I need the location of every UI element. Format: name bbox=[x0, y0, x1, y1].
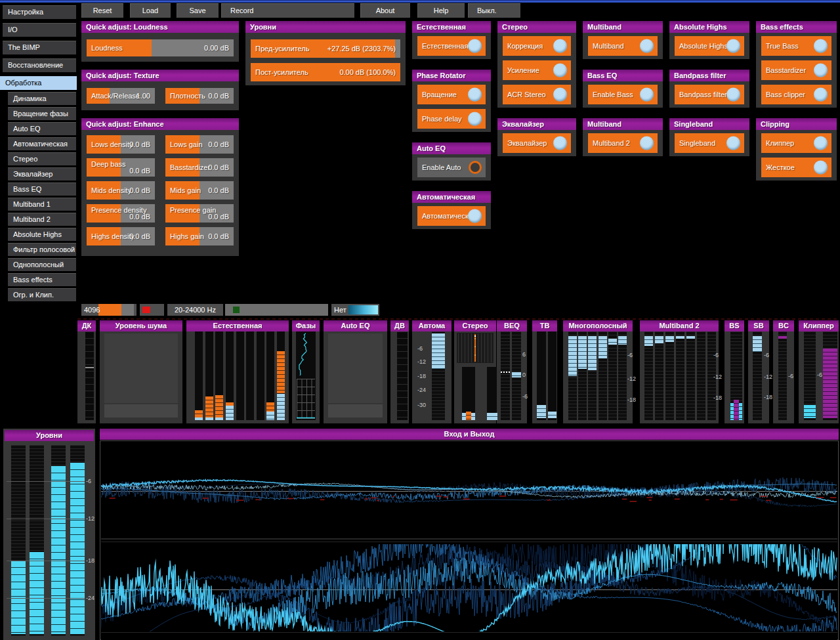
sidebar-item-вращение-фазы[interactable]: Вращение фазы bbox=[8, 107, 76, 120]
meter-fill bbox=[512, 372, 521, 377]
toolbar-help-button[interactable]: Help bbox=[417, 3, 465, 18]
toggle-phase-delay-button[interactable]: Phase delay bbox=[417, 109, 486, 129]
sidebar-item-однополосный[interactable]: Однополосный bbox=[8, 258, 76, 271]
toggle-bandpass-filter-button[interactable]: Bandpass filter bbox=[675, 85, 744, 104]
meter-panel-title: Auto EQ bbox=[324, 320, 387, 331]
slider-deep-bass[interactable]: Deep bass0.0 dB bbox=[87, 158, 155, 177]
sidebar-item-auto-eq[interactable]: Auto EQ bbox=[8, 122, 76, 135]
toggle-state-icon bbox=[814, 88, 828, 102]
toggle-эквалайзер-button[interactable]: Эквалайзер bbox=[503, 133, 571, 153]
toolbar-reset-button[interactable]: Reset bbox=[81, 3, 123, 18]
meter-panel-многополосный: Многополосный-6-12-18 bbox=[563, 320, 633, 423]
sidebar-item-the-bimp[interactable]: The BIMP bbox=[3, 41, 76, 54]
group-multiband: Multiband 2 bbox=[583, 130, 663, 156]
toggle-state-icon bbox=[640, 137, 654, 150]
meter-scale-label: -6 bbox=[522, 393, 528, 399]
slider-presence-gain[interactable]: Presence gain0.0 dB bbox=[165, 204, 234, 223]
empty-display bbox=[328, 333, 383, 403]
toggle-естественная-button[interactable]: Естественная bbox=[417, 36, 486, 56]
sidebar-item-автоматическая[interactable]: Автоматическая bbox=[8, 137, 76, 150]
input-output-scope bbox=[100, 440, 839, 640]
slider-пост-усилитель[interactable]: Пост-усилитель0.00 dB (100.0%) bbox=[251, 63, 400, 81]
sidebar-item-i-o[interactable]: I/O bbox=[3, 23, 76, 37]
meter-column bbox=[30, 445, 44, 636]
toggle-автоматическ-button[interactable]: Автоматическ bbox=[417, 206, 486, 226]
meter-scale-label: -6 bbox=[817, 372, 822, 378]
slider-пред-усилитель[interactable]: Пред-усилитель+27.25 dB (2303.7%) bbox=[251, 39, 400, 58]
meter-column bbox=[51, 445, 66, 636]
meter-column bbox=[655, 331, 663, 420]
slider-lows-density[interactable]: Lows density0.0 dB bbox=[87, 135, 155, 154]
sidebar-item-фильтр-полосовой[interactable]: Фильтр полосовой bbox=[8, 243, 76, 256]
meter-panel-title: Стерео bbox=[454, 320, 496, 331]
toggle-enable-bass-button[interactable]: Enable Bass bbox=[588, 85, 658, 104]
meter-fill bbox=[608, 339, 617, 345]
toggle-усиление-button[interactable]: Усиление bbox=[503, 60, 571, 80]
toggle-multiband-2-button[interactable]: Multiband 2 bbox=[588, 133, 658, 153]
group-title-phase-rotator: Phase Rotator bbox=[412, 70, 491, 81]
toggle-вращение-button[interactable]: Вращение bbox=[417, 85, 486, 104]
slider-attack-release[interactable]: Attack/Release1.00 bbox=[87, 88, 155, 104]
slider-value: 0.0 dB bbox=[208, 213, 229, 221]
toolbar-load-button[interactable]: Load bbox=[130, 3, 171, 18]
slider-mids-gain[interactable]: Mids gain0.0 dB bbox=[165, 181, 234, 200]
meter-fill bbox=[686, 336, 695, 338]
sidebar-item-absolute-highs[interactable]: Absolute Highs bbox=[8, 228, 76, 241]
group-эквалайзер: Эквалайзер bbox=[497, 130, 576, 156]
sidebar-item-огр-и-клип[interactable]: Огр. и Клип. bbox=[8, 288, 76, 301]
toggle-basstardizer-button[interactable]: Basstardizer bbox=[761, 60, 831, 80]
status-frequency-range[interactable]: 20-24000 Hz bbox=[167, 304, 223, 316]
sidebar-item-bass-eq[interactable]: Bass EQ bbox=[8, 182, 76, 196]
sidebar-item-bass-effects[interactable]: Bass effects bbox=[8, 273, 76, 286]
toggle-singleband-button[interactable]: Singleband bbox=[675, 133, 744, 153]
toggle-state-icon bbox=[640, 88, 654, 102]
sidebar-item-настройка[interactable]: Настройка bbox=[3, 5, 76, 19]
sidebar-item-multiband-2[interactable]: Multiband 2 bbox=[8, 213, 76, 226]
meter-panel-стерео: Стерео bbox=[454, 320, 496, 423]
meter-fill bbox=[644, 336, 653, 346]
sidebar-item-multiband-1[interactable]: Multiband 1 bbox=[8, 198, 76, 211]
slider-lows-gain[interactable]: Lows gain0.0 dB bbox=[165, 135, 234, 154]
slider-label: Пред-усилитель bbox=[255, 45, 309, 53]
toggle-коррекция-button[interactable]: Коррекция bbox=[503, 36, 571, 56]
toolbar-about-button[interactable]: About bbox=[360, 3, 410, 18]
toggle-true-bass-button[interactable]: True Bass bbox=[761, 36, 831, 56]
slider-highs-gain[interactable]: Highs gain0.0 dB bbox=[165, 227, 234, 245]
meter-fill bbox=[548, 412, 556, 418]
meter-column bbox=[578, 331, 587, 420]
sidebar-item-эквалайзер[interactable]: Эквалайзер bbox=[8, 167, 76, 181]
slider-highs-density[interactable]: Highs density0.0 dB bbox=[87, 227, 155, 245]
sidebar-item-обработка[interactable]: Обработка bbox=[0, 76, 77, 90]
meter-column bbox=[246, 331, 254, 420]
toolbar-power-button[interactable]: Выкл. bbox=[468, 3, 520, 18]
toggle-enable-auto-button[interactable]: Enable Auto bbox=[417, 158, 486, 177]
toolbar-record-button[interactable]: Record bbox=[221, 3, 354, 18]
toggle-жесткое-button[interactable]: Жесткое bbox=[761, 158, 831, 177]
slider-плотность[interactable]: Плотность0.0 dB bbox=[165, 88, 234, 104]
meter-column bbox=[501, 331, 510, 420]
sidebar-item-стерео[interactable]: Стерео bbox=[8, 152, 76, 165]
meter-scale-label: -12 bbox=[86, 516, 94, 522]
slider-basstardizer[interactable]: Basstardizer0.0 dB bbox=[165, 158, 234, 177]
sidebar-item-динамика[interactable]: Динамика bbox=[8, 92, 76, 105]
toggle-клиппер-button[interactable]: Клиппер bbox=[761, 133, 831, 153]
toggle-bass-clipper-button[interactable]: Bass clipper bbox=[761, 85, 831, 104]
audio-processor-window: ResetLoadSaveRecordAboutHelpВыкл. Настро… bbox=[0, 0, 840, 640]
slider-loudness[interactable]: Loudness0.00 dB bbox=[87, 39, 234, 56]
stereo-meters bbox=[457, 367, 494, 420]
meter-scale-label: -6 bbox=[713, 352, 719, 358]
meter-panel-автома: Автома-6-12-18-24-30 bbox=[412, 320, 452, 423]
meter-column bbox=[537, 331, 546, 420]
toggle-multiband-button[interactable]: Multiband bbox=[588, 36, 658, 56]
toggle-acr-stereo-button[interactable]: ACR Stereo bbox=[503, 85, 571, 104]
status-fft-size[interactable]: 4096 bbox=[81, 304, 136, 316]
meter-panel-дв: ДВ bbox=[390, 320, 409, 423]
slider-presence-density[interactable]: Presence density0.0 dB bbox=[87, 204, 155, 223]
status-preset[interactable]: Нет bbox=[331, 304, 379, 316]
toggle-label: Bass clipper bbox=[766, 91, 805, 98]
toolbar-save-button[interactable]: Save bbox=[177, 3, 219, 18]
slider-mids-density[interactable]: Mids density0.0 dB bbox=[87, 181, 155, 200]
sidebar-item-восстановление[interactable]: Восстановление bbox=[3, 58, 76, 72]
toggle-absolute-highs-button[interactable]: Absolute Highs bbox=[675, 36, 744, 56]
meter-panel-body: -6 bbox=[801, 331, 836, 420]
